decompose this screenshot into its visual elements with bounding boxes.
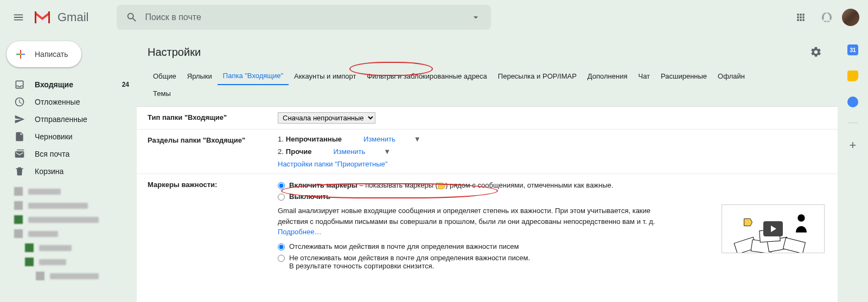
track-on-radio[interactable] xyxy=(278,243,285,250)
importance-help-video[interactable] xyxy=(722,204,825,253)
trash-icon xyxy=(14,166,25,177)
row-label: Тип папки "Входящие" xyxy=(148,112,278,124)
priority-inbox-link[interactable]: Настройки папки "Приоритетные" xyxy=(278,160,387,168)
tab-chat[interactable]: Чат xyxy=(633,68,655,85)
bell-icon xyxy=(821,11,833,23)
markers-off-label: Выключить xyxy=(289,192,330,201)
tasks-app-icon[interactable] xyxy=(847,97,858,107)
gmail-logo-text: Gmail xyxy=(58,10,88,24)
sidebar-item-label: Корзина xyxy=(35,167,63,176)
row-label: Маркеры важности: xyxy=(148,179,278,272)
sidebar-label-blurred[interactable] xyxy=(0,213,136,227)
svg-point-1 xyxy=(797,214,805,221)
tab-labels[interactable]: Ярлыки xyxy=(182,68,218,85)
search-bar xyxy=(117,5,491,30)
section-name: Прочие xyxy=(286,147,312,156)
sidebar-item-label: Отправленные xyxy=(35,115,87,124)
gmail-logo[interactable]: Gmail xyxy=(33,10,88,24)
row-inbox-type: Тип папки "Входящие" Сначала непрочитанн… xyxy=(137,107,838,130)
sidebar-label-blurred[interactable] xyxy=(0,269,136,283)
section-number: 2. xyxy=(278,147,284,156)
search-options-button[interactable] xyxy=(465,7,487,28)
track-on-label: Отслеживать мои действия в почте для опр… xyxy=(289,242,519,250)
row-importance-markers: Маркеры важности: Включить маркеры – пок… xyxy=(137,174,838,277)
keep-app-icon[interactable] xyxy=(847,70,858,81)
sent-icon xyxy=(14,114,25,125)
sidebar-item-label: Черновики xyxy=(35,132,73,141)
track-off-radio[interactable] xyxy=(278,255,285,262)
calendar-app-icon[interactable] xyxy=(847,44,858,55)
page-title: Настройки xyxy=(148,46,805,59)
compose-button[interactable]: Написать xyxy=(7,41,81,67)
markers-on-radio[interactable] xyxy=(278,182,285,189)
sidebar-item-label: Входящие xyxy=(35,80,73,89)
section-name: Непрочитанные xyxy=(286,135,342,143)
sidebar-item-allmail[interactable]: Вся почта xyxy=(0,145,136,163)
tab-inbox[interactable]: Папка "Входящие" xyxy=(218,67,289,85)
markers-paragraph: Gmail анализирует новые входящие сообщен… xyxy=(278,207,655,226)
change-section-link[interactable]: Изменить ▼ xyxy=(334,147,399,156)
row-label: Разделы папки "Входящие" xyxy=(148,135,278,168)
notifications-button[interactable] xyxy=(816,7,838,28)
settings-gear-button[interactable] xyxy=(805,41,827,63)
rail-divider xyxy=(847,123,858,123)
learn-more-link[interactable]: Подробнее… xyxy=(278,228,321,236)
change-section-link[interactable]: Изменить ▼ xyxy=(363,135,429,143)
markers-on-desc-after: ) рядом с сообщениями, отмеченными как в… xyxy=(445,181,613,189)
markers-off-radio[interactable] xyxy=(278,194,285,201)
play-icon xyxy=(763,221,783,236)
search-icon xyxy=(126,11,138,23)
draft-icon xyxy=(14,131,25,142)
gmail-logo-icon xyxy=(33,10,52,24)
inbox-type-select[interactable]: Сначала непрочитанные xyxy=(278,112,375,124)
markers-on-label: Включить маркеры xyxy=(289,181,358,189)
inbox-icon xyxy=(14,79,25,90)
settings-tabs: Общие Ярлыки Папка "Входящие" Аккаунты и… xyxy=(137,67,838,102)
add-app-button[interactable]: + xyxy=(850,138,857,152)
sidebar: Написать Входящие 24 Отложенные Отправле… xyxy=(0,35,136,302)
account-avatar[interactable] xyxy=(842,9,859,26)
sidebar-item-drafts[interactable]: Черновики xyxy=(0,128,136,145)
sidebar-item-snoozed[interactable]: Отложенные xyxy=(0,93,136,111)
side-panel: + xyxy=(838,35,868,302)
tab-accounts[interactable]: Аккаунты и импорт xyxy=(289,68,361,85)
sidebar-item-label: Отложенные xyxy=(35,98,80,106)
sidebar-item-inbox[interactable]: Входящие 24 xyxy=(0,76,136,93)
apps-button[interactable] xyxy=(790,7,812,28)
track-off-label: Не отслеживать мои действия в почте для … xyxy=(289,254,530,262)
search-input[interactable] xyxy=(143,12,465,22)
allmail-icon xyxy=(14,149,25,159)
sidebar-label-blurred[interactable] xyxy=(0,255,136,269)
tab-forwarding[interactable]: Пересылка и POP/IMAP xyxy=(493,68,582,85)
caret-down-icon: ▼ xyxy=(414,135,421,143)
row-inbox-sections: Разделы папки "Входящие" 1. Непрочитанны… xyxy=(137,130,838,174)
main-menu-button[interactable] xyxy=(7,5,30,29)
header: Gmail xyxy=(0,0,868,35)
tab-offline[interactable]: Офлайн xyxy=(712,68,750,85)
tab-filters[interactable]: Фильтры и заблокированные адреса xyxy=(361,68,492,85)
sidebar-label-blurred[interactable] xyxy=(0,198,136,213)
caret-down-icon xyxy=(470,12,481,23)
sidebar-label-blurred[interactable] xyxy=(0,241,136,255)
tab-advanced[interactable]: Расширенные xyxy=(655,68,712,85)
tab-addons[interactable]: Дополнения xyxy=(582,68,633,85)
gear-icon xyxy=(810,46,822,58)
main-content: Настройки Общие Ярлыки Папка "Входящие" … xyxy=(137,35,838,302)
search-button[interactable] xyxy=(121,7,143,28)
apps-grid-icon xyxy=(795,12,806,23)
caret-down-icon: ▼ xyxy=(384,147,391,156)
markers-on-desc-before: – показывать маркеры ( xyxy=(358,181,438,189)
compose-label: Написать xyxy=(35,50,68,59)
hamburger-icon xyxy=(12,11,24,23)
section-number: 1. xyxy=(278,135,284,143)
sidebar-label-blurred[interactable] xyxy=(0,184,136,198)
sidebar-item-sent[interactable]: Отправленные xyxy=(0,111,136,128)
track-off-note: В результате точность сортировки снизитс… xyxy=(289,262,434,270)
clock-icon xyxy=(14,97,25,107)
importance-marker-icon xyxy=(438,183,445,189)
tab-themes[interactable]: Темы xyxy=(148,85,176,102)
sidebar-label-blurred[interactable] xyxy=(0,227,136,241)
sidebar-item-trash[interactable]: Корзина xyxy=(0,163,136,180)
inbox-count: 24 xyxy=(122,81,129,88)
tab-general[interactable]: Общие xyxy=(148,68,182,85)
